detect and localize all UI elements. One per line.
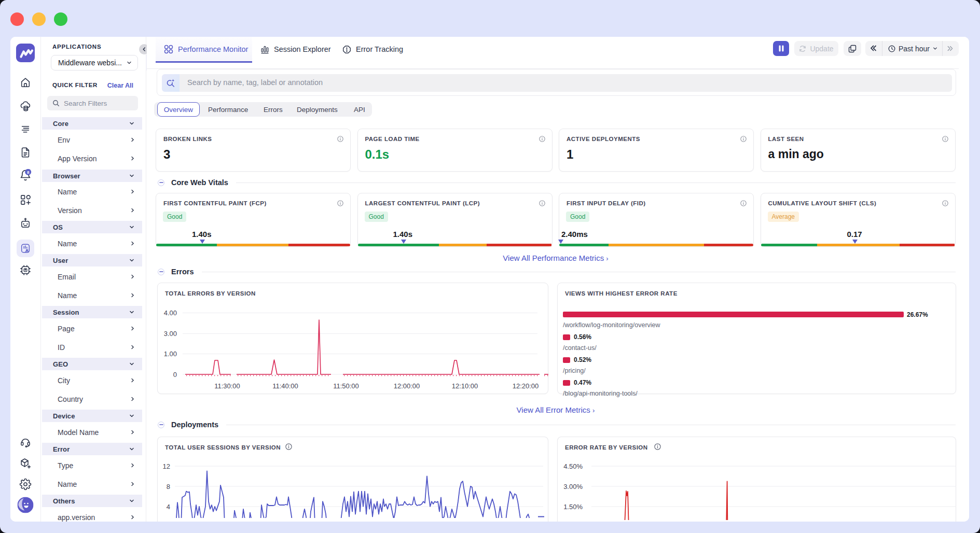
svg-text:11:50:00: 11:50:00 <box>333 382 359 390</box>
svg-text:4: 4 <box>167 503 170 511</box>
svg-text:8: 8 <box>167 483 170 490</box>
svg-text:1.00: 1.00 <box>164 350 177 358</box>
svg-text:11:30:00: 11:30:00 <box>214 382 240 390</box>
svg-text:12:20:00: 12:20:00 <box>513 382 539 390</box>
svg-text:3.00%: 3.00% <box>563 483 583 490</box>
svg-text:11:40:00: 11:40:00 <box>272 382 298 390</box>
svg-text:8: 8 <box>27 170 30 175</box>
svg-text:4.00: 4.00 <box>164 309 177 317</box>
svg-text:3.00: 3.00 <box>164 330 177 338</box>
svg-text:1.50%: 1.50% <box>563 503 583 511</box>
svg-text:12:10:00: 12:10:00 <box>452 382 478 390</box>
svg-text:0: 0 <box>173 371 177 378</box>
svg-text:12: 12 <box>163 462 170 470</box>
svg-text:12:00:00: 12:00:00 <box>394 382 420 390</box>
svg-text:4.50%: 4.50% <box>563 462 583 470</box>
